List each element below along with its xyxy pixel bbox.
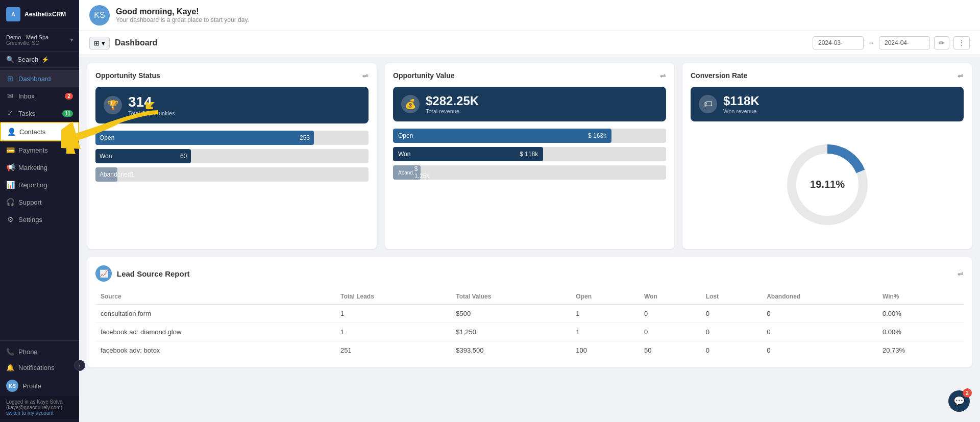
bolt-icon: ⚡ <box>41 56 49 63</box>
won-count: 0 <box>639 305 701 323</box>
lost-count: 0 <box>701 305 762 323</box>
source-name: consultation form <box>95 305 335 323</box>
lead-source-title: Lead Source Report <box>117 269 190 278</box>
filter-icon[interactable]: ⇌ <box>362 71 369 80</box>
toolbar-right: → ✏ ⋮ <box>813 36 970 49</box>
col-open: Open <box>571 289 639 305</box>
open-bar-row: Open 253 <box>95 131 369 145</box>
cards-row: Opportunity Status ⇌ 🏆 314 Total Opportu… <box>87 63 972 249</box>
notifications-label: Notifications <box>18 364 55 371</box>
won-bar-row: Won 60 <box>95 149 369 163</box>
col-won: Won <box>639 289 701 305</box>
won-label: Won revenue <box>723 108 760 114</box>
table-row: consultation form 1 $500 1 0 0 0 0.00% <box>95 305 964 323</box>
sidebar-item-contacts[interactable]: 👤 Contacts <box>0 122 79 141</box>
sidebar-item-settings[interactable]: ⚙ Settings <box>0 211 79 228</box>
conv-info: $118K Won revenue <box>723 94 760 114</box>
abandoned-count: 0 <box>762 305 877 323</box>
won-value-track: Won $ 118k <box>393 147 666 161</box>
card-header: Opportunity Status ⇌ <box>95 71 369 80</box>
val-label: Total revenue <box>426 108 479 114</box>
dashboard-title-area: ⊞ ▾ Dashboard <box>89 37 158 49</box>
sidebar-item-label: Marketing <box>18 164 47 171</box>
abandoned-value: 1 <box>131 171 138 178</box>
won-value-fill: Won $ 118k <box>393 147 543 161</box>
more-options-button[interactable]: ⋮ <box>953 36 970 49</box>
profile-button[interactable]: KS Profile <box>0 376 79 396</box>
date-end-input[interactable] <box>879 36 930 49</box>
profile-label: Profile <box>22 382 41 390</box>
sidebar-item-label: Inbox <box>18 92 35 100</box>
search-button[interactable]: 🔍 Search ⚡ <box>0 52 79 68</box>
dashboard-view-button[interactable]: ⊞ ▾ <box>89 37 110 49</box>
date-start-input[interactable] <box>813 36 864 49</box>
sidebar: A AesthetixCRM Demo - Med Spa Greenville… <box>0 0 79 422</box>
sidebar-item-label: Reporting <box>18 181 47 189</box>
win-pct: 0.00% <box>877 323 964 341</box>
marketing-icon: 📢 <box>6 163 14 171</box>
tasks-badge: 11 <box>62 110 73 117</box>
total-leads: 1 <box>335 323 451 341</box>
logo[interactable]: A AesthetixCRM <box>0 0 79 29</box>
col-win-pct: Win% <box>877 289 964 305</box>
switch-account-link[interactable]: switch to my account <box>6 410 54 416</box>
phone-icon: 📞 <box>6 348 14 356</box>
avatar-initials: KS <box>94 11 105 20</box>
opp-total-num: 314 <box>128 94 175 110</box>
col-total-leads: Total Leads <box>335 289 451 305</box>
source-name: facebook ad: diamond glow <box>95 323 335 341</box>
search-icon: 🔍 <box>6 56 14 63</box>
lead-source-icon: 📈 <box>95 265 112 282</box>
col-lost: Lost <box>701 289 762 305</box>
user-avatar: KS <box>89 5 110 26</box>
contacts-icon: 👤 <box>7 128 15 136</box>
search-label: Search <box>17 56 38 63</box>
avatar: KS <box>6 380 18 392</box>
open-value-fill: Open $ 163k <box>393 129 611 143</box>
filter-icon[interactable]: ⇌ <box>660 71 666 80</box>
phone-button[interactable]: 📞 Phone <box>0 344 79 360</box>
open-value-track: Open $ 163k <box>393 129 666 143</box>
open-count: 1 <box>571 323 639 341</box>
opp-value-info: $282.25K Total revenue <box>426 94 479 114</box>
card-header: Opportunity Value ⇌ <box>393 71 666 80</box>
edit-button[interactable]: ✏ <box>934 36 949 49</box>
sidebar-item-payments[interactable]: 💳 Payments <box>0 141 79 159</box>
abandoned-count: 0 <box>762 323 877 341</box>
card-title: Opportunity Status <box>95 71 160 80</box>
open-count: 1 <box>571 305 639 323</box>
account-info: Demo - Med Spa Greenville, SC <box>6 34 48 46</box>
filter-icon[interactable]: ⇌ <box>958 269 964 278</box>
open-count: 100 <box>571 341 639 360</box>
sidebar-item-support[interactable]: 🎧 Support <box>0 193 79 211</box>
abandoned-value-bar: Aband. $ 1.25k <box>393 165 666 180</box>
greeting-subtitle: Your dashboard is a great place to start… <box>116 16 249 23</box>
card-header: Conversion Rate ⇌ <box>691 71 964 80</box>
header-row: Source Total Leads Total Values Open Won… <box>95 289 964 305</box>
won-count: 50 <box>639 341 701 360</box>
lead-source-header: 📈 Lead Source Report ⇌ <box>95 265 964 282</box>
account-name: Demo - Med Spa <box>6 34 48 40</box>
sidebar-item-tasks[interactable]: ✓ Tasks 11 <box>0 105 79 122</box>
total-values: $500 <box>451 305 571 323</box>
account-selector[interactable]: Demo - Med Spa Greenville, SC ▾ <box>0 29 79 52</box>
sidebar-item-dashboard[interactable]: ⊞ Dashboard <box>0 70 79 87</box>
account-location: Greenville, SC <box>6 40 48 46</box>
chat-button[interactable]: 💬 2 <box>948 390 970 412</box>
filter-icon[interactable]: ⇌ <box>958 71 964 80</box>
lost-count: 0 <box>701 341 762 360</box>
sidebar-item-marketing[interactable]: 📢 Marketing <box>0 159 79 176</box>
abandoned-amount: $ 1.25k <box>414 165 429 180</box>
total-values: $1,250 <box>451 323 571 341</box>
open-value: 253 <box>300 134 314 141</box>
abandoned-count: 0 <box>762 341 877 360</box>
won-amount: $ 118k <box>520 151 538 158</box>
sidebar-item-inbox[interactable]: ✉ Inbox 2 <box>0 87 79 105</box>
notifications-button[interactable]: 🔔 Notifications <box>0 360 79 376</box>
sidebar-item-reporting[interactable]: 📊 Reporting <box>0 176 79 193</box>
sidebar-bottom: 📞 Phone 🔔 Notifications KS Profile Logge… <box>0 340 79 422</box>
total-leads: 1 <box>335 305 451 323</box>
collapse-sidebar-button[interactable]: ‹ <box>74 360 85 371</box>
notifications-icon: 🔔 <box>6 364 14 371</box>
support-icon: 🎧 <box>6 198 14 206</box>
